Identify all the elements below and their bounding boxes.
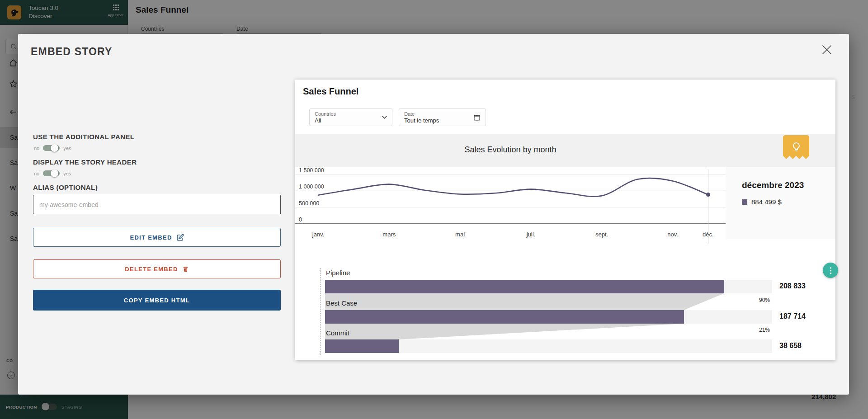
alias-input[interactable] [33, 195, 281, 214]
story-header-switch[interactable] [43, 170, 60, 176]
countries-filter-value: All [315, 117, 336, 124]
date-filter[interactable]: Date Tout le temps [399, 108, 486, 126]
chart-tooltip-panel: décembre 2023 884 499 $ [726, 167, 835, 239]
stage-label-commit: Commit [326, 329, 349, 337]
toggle-yes-label: yes [63, 171, 71, 176]
toggle-yes-label: yes [63, 146, 71, 151]
tooltip-date: décembre 2023 [726, 167, 835, 190]
story-preview-card: Sales Funnel Countries All Date Tout le … [295, 80, 835, 360]
copy-embed-html-button[interactable]: COPY EMBED HTML [33, 290, 281, 311]
y-tick-label: 1 500 000 [299, 167, 324, 174]
x-tick-label: janv. [312, 231, 325, 238]
stage-value-pipeline: 208 833 [779, 282, 806, 290]
story-header-label: DISPLAY THE STORY HEADER [33, 158, 281, 166]
funnel-connector [325, 324, 772, 339]
additional-panel-label: USE THE ADDITIONAL PANEL [33, 133, 281, 141]
chart-title: Sales Evolution by month [295, 145, 726, 155]
countries-filter[interactable]: Countries All [309, 108, 392, 126]
tooltip-value: 884 499 $ [751, 198, 782, 206]
stage-value-best-case: 187 714 [779, 312, 806, 320]
highlighted-point [706, 193, 710, 197]
x-tick-label: juil. [526, 231, 536, 238]
tooltip-value-row: 884 499 $ [742, 198, 835, 206]
additional-panel-toggle-row: no yes [34, 145, 281, 151]
y-tick-label: 500 000 [299, 200, 319, 207]
x-tick-label: sept. [595, 231, 608, 238]
date-filter-value: Tout le temps [404, 117, 439, 124]
delete-embed-label: DELETE EMBED [125, 266, 178, 273]
date-filter-label: Date [404, 111, 439, 117]
series-swatch [742, 199, 747, 205]
story-header-toggle-row: no yes [34, 170, 281, 176]
x-tick-label: nov. [667, 231, 678, 238]
delete-embed-button[interactable]: DELETE EMBED [33, 259, 281, 278]
sales-evolution-line-chart[interactable]: 0500 0001 000 0001 500 000janv.marsmaiju… [295, 167, 726, 253]
lightbulb-icon [791, 141, 802, 153]
alias-label: ALIAS (OPTIONAL) [33, 184, 281, 191]
edit-pencil-icon [176, 234, 184, 241]
embed-controls: USE THE ADDITIONAL PANEL no yes DISPLAY … [33, 133, 281, 311]
modal-title: EMBED STORY [31, 46, 113, 58]
funnel-bar-best-case[interactable] [325, 310, 772, 324]
edit-embed-label: EDIT EMBED [130, 234, 172, 241]
stage-value-commit: 38 658 [779, 342, 802, 350]
trash-icon [182, 266, 189, 273]
copy-embed-label: COPY EMBED HTML [124, 297, 190, 304]
sales-funnel-chart: Pipeline 90% Best Case 21% Commit 208 83… [295, 267, 835, 358]
y-tick-label: 0 [299, 217, 302, 223]
edit-embed-button[interactable]: EDIT EMBED [33, 228, 281, 247]
chart-header-band: Sales Evolution by month [295, 134, 835, 167]
chevron-down-icon [382, 116, 387, 119]
insight-lightbulb-badge[interactable] [783, 135, 809, 159]
funnel-bar-commit[interactable] [325, 339, 772, 353]
screen: Toucan 3.0 Discover App Store Sa [0, 0, 868, 419]
conversion-rate-best-case: 90% [759, 297, 770, 303]
calendar-icon [473, 114, 481, 121]
funnel-axis-line [320, 268, 321, 355]
switch-knob [51, 169, 58, 177]
conversion-rate-commit: 21% [759, 327, 770, 333]
preview-title: Sales Funnel [303, 86, 359, 97]
close-icon[interactable] [820, 43, 834, 56]
additional-panel-switch[interactable] [43, 145, 60, 151]
switch-knob [51, 144, 58, 152]
y-tick-label: 1 000 000 [299, 184, 324, 190]
stage-label-best-case: Best Case [326, 299, 357, 307]
funnel-bar-fill [325, 280, 724, 293]
sales-series-line [318, 178, 708, 197]
funnel-connector [325, 293, 772, 310]
x-tick-label: mai [455, 231, 465, 238]
toggle-no-label: no [34, 171, 39, 176]
toggle-no-label: no [34, 146, 39, 151]
countries-filter-label: Countries [315, 111, 336, 117]
funnel-bar-pipeline[interactable] [325, 280, 772, 293]
embed-story-modal: EMBED STORY USE THE ADDITIONAL PANEL no … [18, 34, 849, 395]
stage-label-pipeline: Pipeline [326, 269, 350, 277]
funnel-bar-fill [325, 339, 399, 353]
x-tick-label: mars [382, 231, 396, 238]
funnel-bar-fill [325, 310, 684, 324]
